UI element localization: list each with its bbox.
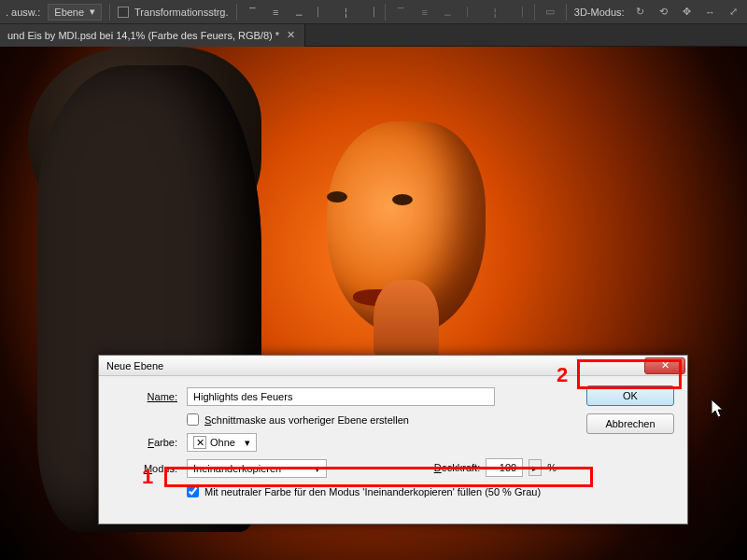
- name-label: Name:: [112, 391, 177, 402]
- close-icon: ✕: [661, 359, 669, 371]
- align-left-icon[interactable]: ⎸: [315, 4, 331, 21]
- opacity-label: Deckkraft:: [434, 462, 481, 473]
- slide-3d-icon[interactable]: ↔: [702, 4, 718, 21]
- ok-label: OK: [623, 390, 638, 401]
- ausw-label: . ausw.:: [6, 7, 40, 18]
- align-vcenter-icon[interactable]: ≡: [268, 4, 284, 21]
- cancel-label: Abbrechen: [605, 418, 655, 429]
- checkbox-box: [118, 7, 129, 18]
- ok-button[interactable]: OK: [586, 385, 674, 406]
- options-bar: . ausw.: Ebene ▾ Transformationsstrg. ⎺ …: [0, 0, 747, 24]
- dialog-body: Name: SSchnittmaske aus vorheriger Ebene…: [99, 376, 687, 524]
- distribute-top-icon[interactable]: ⎺: [393, 4, 409, 21]
- canvas[interactable]: Neue Ebene ✕ Name: SSchnittmaske aus vor…: [0, 47, 747, 560]
- checkbox-input[interactable]: [187, 485, 199, 497]
- distribute-left-icon[interactable]: ⎸: [463, 4, 479, 21]
- artwork-eye: [327, 191, 347, 203]
- close-icon[interactable]: ✕: [287, 29, 295, 41]
- align-hcenter-icon[interactable]: ¦: [338, 4, 354, 21]
- separator: [109, 4, 110, 21]
- document-tab-title: und Eis by MDI.psd bei 14,1% (Farbe des …: [7, 30, 279, 41]
- align-top-icon[interactable]: ⎺: [244, 4, 260, 21]
- chevron-down-icon: ▾: [90, 6, 95, 18]
- transform-controls-label: Transformationsstrg.: [134, 7, 228, 18]
- separator: [534, 4, 535, 21]
- separator: [566, 4, 567, 21]
- layer-name-input[interactable]: [187, 387, 495, 406]
- annotation-number-2: 2: [557, 363, 568, 387]
- cursor-icon: [712, 399, 726, 420]
- auto-select-value: Ebene: [54, 7, 84, 18]
- clipping-mask-label: SSchnittmaske aus vorheriger Ebene erste…: [204, 414, 409, 426]
- auto-select-combo[interactable]: Ebene ▾: [48, 4, 102, 21]
- checkbox-input[interactable]: [187, 413, 199, 426]
- align-right-icon[interactable]: ⎹: [361, 4, 377, 21]
- none-color-swatch-icon: ✕: [193, 436, 206, 449]
- drag-3d-icon[interactable]: ✥: [679, 4, 695, 21]
- transform-controls-checkbox[interactable]: Transformationsstrg.: [118, 7, 228, 18]
- dialog-titlebar[interactable]: Neue Ebene ✕: [99, 356, 687, 376]
- document-tab[interactable]: und Eis by MDI.psd bei 14,1% (Farbe des …: [0, 24, 305, 47]
- chevron-down-icon: ▾: [315, 463, 320, 475]
- neutral-fill-checkbox[interactable]: Mit neutraler Farbe für den Modus 'Inein…: [187, 485, 541, 497]
- blend-mode-combo[interactable]: Ineinanderkopieren ▾: [187, 459, 327, 478]
- rotate-3d-icon[interactable]: ↻: [632, 4, 648, 21]
- annotation-number-1: 1: [142, 465, 153, 489]
- layer-color-value: Ohne: [210, 437, 235, 448]
- separator: [385, 4, 386, 21]
- mode3d-label: 3D-Modus:: [574, 7, 625, 18]
- distribute-hcenter-icon[interactable]: ¦: [487, 4, 503, 21]
- opacity-suffix: %: [547, 462, 557, 473]
- cancel-button[interactable]: Abbrechen: [586, 413, 674, 434]
- align-bottom-icon[interactable]: ⎽: [291, 4, 307, 21]
- separator: [236, 4, 237, 21]
- blend-mode-value: Ineinanderkopieren: [193, 463, 281, 474]
- color-label: Farbe:: [112, 437, 177, 448]
- distribute-bottom-icon[interactable]: ⎽: [440, 4, 456, 21]
- opacity-input[interactable]: [486, 458, 523, 477]
- new-layer-dialog: Neue Ebene ✕ Name: SSchnittmaske aus vor…: [98, 355, 688, 525]
- artwork-eye: [392, 194, 413, 205]
- auto-align-icon[interactable]: ▭: [543, 4, 558, 21]
- chevron-down-icon: ▾: [245, 437, 250, 449]
- dialog-title: Neue Ebene: [106, 360, 163, 371]
- opacity-stepper[interactable]: ▸: [529, 459, 542, 476]
- layer-color-combo[interactable]: ✕ Ohne ▾: [187, 433, 257, 452]
- distribute-vcenter-icon[interactable]: ≡: [416, 4, 432, 21]
- scale-3d-icon[interactable]: ⤢: [726, 4, 741, 21]
- roll-3d-icon[interactable]: ⟲: [655, 4, 671, 21]
- document-tab-strip: und Eis by MDI.psd bei 14,1% (Farbe des …: [0, 24, 747, 47]
- clipping-mask-checkbox[interactable]: SSchnittmaske aus vorheriger Ebene erste…: [187, 413, 409, 426]
- dialog-close-button[interactable]: ✕: [644, 357, 685, 374]
- neutral-fill-label: Mit neutraler Farbe für den Modus 'Inein…: [204, 486, 541, 497]
- distribute-right-icon[interactable]: ⎹: [511, 4, 527, 21]
